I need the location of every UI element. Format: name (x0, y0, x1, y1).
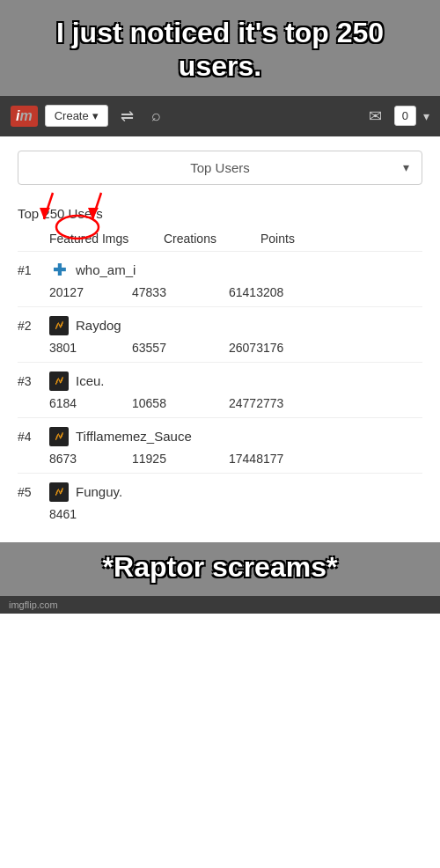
bottom-caption-text: *Raptor screams* (18, 551, 422, 584)
user-stats-row: 6184 10658 24772773 (18, 394, 422, 418)
shuffle-icon[interactable]: ⇌ (115, 103, 139, 129)
user-stats-row: 8673 11925 17448177 (18, 450, 422, 474)
notification-count[interactable]: 0 (394, 106, 416, 126)
user-rank-row: #1 ✚ who_am_i (18, 252, 422, 283)
dropdown-arrow-icon: ▾ (92, 109, 99, 122)
user-rank-row: #3 🗲 Iceu. (18, 363, 422, 394)
points-stat: 26073176 (229, 341, 422, 355)
rank-number: #5 (18, 485, 49, 499)
user-icon-badge: 🗲 (49, 371, 69, 391)
points-stat (229, 507, 422, 521)
top-caption-area: I just noticed it's top 250 users. (0, 0, 440, 96)
users-list: #1 ✚ who_am_i 20127 47833 61413208 #2 🗲 … (18, 252, 422, 528)
bottom-caption-area: *Raptor screams* (0, 542, 440, 596)
username[interactable]: who_am_i (76, 262, 136, 277)
rank-number: #1 (18, 263, 49, 277)
featured-stat: 8673 (49, 452, 132, 466)
featured-stat: 3801 (49, 341, 132, 355)
username[interactable]: Funguy. (76, 484, 122, 499)
top-users-label: Top Users (190, 160, 250, 175)
featured-stat: 6184 (49, 396, 132, 410)
user-rank-row: #2 🗲 Raydog (18, 307, 422, 339)
create-button[interactable]: Create ▾ (45, 105, 108, 127)
points-header: Points (260, 232, 422, 246)
mail-icon[interactable]: ✉ (363, 103, 387, 129)
rank-number: #2 (18, 319, 49, 333)
username[interactable]: Iceu. (76, 373, 105, 388)
logo[interactable]: im (11, 106, 38, 127)
creations-stat: 47833 (132, 285, 229, 299)
user-icon-badge: 🗲 (49, 427, 69, 446)
user-icon-badge: 🗲 (49, 316, 69, 335)
featured-stat: 8461 (49, 507, 132, 521)
rank-number: #3 (18, 374, 49, 388)
user-icon-badge: 🗲 (49, 482, 69, 502)
search-icon[interactable]: ⌕ (146, 103, 166, 129)
user-stats-row: 3801 63557 26073176 (18, 339, 422, 363)
section-title: Top 250 Users (18, 197, 422, 223)
creations-stat: 63557 (132, 341, 229, 355)
table-header: Featured Imgs Creations Points (18, 226, 422, 252)
top-users-dropdown[interactable]: Top Users ▾ (18, 151, 422, 185)
user-icon-cross: ✚ (49, 261, 69, 280)
creations-stat: 11925 (132, 452, 229, 466)
user-stats-row: 8461 (18, 505, 422, 528)
username[interactable]: Raydog (76, 318, 121, 333)
top-caption-text: I just noticed it's top 250 users. (18, 16, 422, 84)
annotation-area: Top 250 Users (18, 197, 422, 223)
imgflip-brand: imgflip.com (0, 596, 440, 614)
dropdown-chevron-icon: ▾ (403, 160, 409, 174)
main-content: Top Users ▾ Top 250 Users Featured Imgs … (0, 136, 440, 542)
rank-number: #4 (18, 430, 49, 444)
user-stats-row: 20127 47833 61413208 (18, 283, 422, 307)
points-stat: 24772773 (229, 396, 422, 410)
featured-header: Featured Imgs (49, 232, 164, 246)
creations-header: Creations (164, 232, 260, 246)
navbar: im Create ▾ ⇌ ⌕ ✉ 0 ▾ (0, 96, 440, 136)
user-rank-row: #4 🗲 Tifflamemez_Sauce (18, 418, 422, 450)
points-stat: 61413208 (229, 285, 422, 299)
creations-stat: 10658 (132, 396, 229, 410)
points-stat: 17448177 (229, 452, 422, 466)
featured-stat: 20127 (49, 285, 132, 299)
creations-stat (132, 507, 229, 521)
rank-header (18, 232, 49, 246)
navbar-dropdown-arrow[interactable]: ▾ (423, 109, 429, 123)
user-rank-row: #5 🗲 Funguy. (18, 474, 422, 505)
username[interactable]: Tifflamemez_Sauce (76, 429, 192, 444)
